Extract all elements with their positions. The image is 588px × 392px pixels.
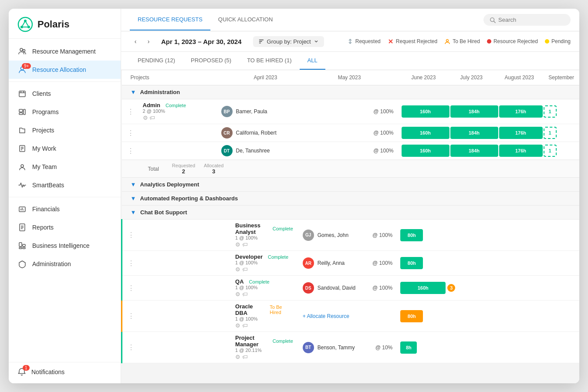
business-intelligence-icon (17, 241, 27, 250)
gantt-bar-cell: 160h 184h 176h 1 (401, 124, 580, 142)
search-bar[interactable] (483, 14, 571, 26)
table-row: ⋮ Developer Complete 1 @ 100% ⚙ 🏷 (122, 251, 580, 276)
content-area: Projects April 2023 May 2023 June 2023 J… (121, 70, 579, 383)
legend-requested: Requested (347, 38, 381, 44)
role-cell: Project Manager Complete 1 @ 20.11% ⚙ 🏷 (232, 332, 299, 363)
sidebar-item-projects-label: Projects (32, 127, 54, 134)
filter-tab-pending[interactable]: PENDING (12) (130, 52, 183, 70)
resource-allocation-badge: 9+ (22, 63, 31, 69)
sidebar-item-my-work[interactable]: My Work (9, 139, 121, 158)
person-cell: CR California, Robert @ 100% (218, 124, 401, 142)
to-be-hired-label: To Be Hired (453, 38, 480, 44)
tab-quick-allocation[interactable]: QUICK ALLOCATION (210, 9, 280, 30)
row-menu-dots[interactable]: ⋮ (124, 147, 138, 155)
financials-icon (17, 204, 27, 214)
section-automated-reporting: ▼ Automated Reporting & Dashboards (122, 192, 580, 206)
section-chat-bot-support-label: Chat Bot Support (140, 209, 187, 216)
filter-tab-all[interactable]: ALL (300, 52, 325, 70)
tab-resource-requests[interactable]: RESOURCE REQUESTS (130, 9, 210, 30)
table-row: ⋮ QA Complete 1 @ 100% ⚙ 🏷 (122, 276, 580, 301)
table-body: ▼ Administration ⋮ (122, 85, 580, 363)
row-menu-dots[interactable]: ⋮ (124, 284, 138, 292)
person-cell: GJ Gomes, John @ 100% (299, 220, 400, 251)
sidebar-item-programs[interactable]: Programs (9, 103, 121, 121)
row-menu-dots[interactable]: ⋮ (124, 108, 138, 115)
gantt-bar: 80h (400, 229, 423, 241)
sidebar-item-administration[interactable]: Administration (9, 255, 121, 273)
search-input[interactable] (498, 17, 559, 23)
total-row-admin: Total Requested 2 Allocated 3 (122, 160, 580, 178)
resource-rejected-dot (487, 39, 491, 44)
person-pct: @ 10% (375, 345, 396, 351)
sidebar-item-clients[interactable]: Clients (9, 84, 121, 103)
table-row: ⋮ Admin DT De, Tanushree (122, 142, 580, 160)
allocate-resource-link[interactable]: + Allocate Resource (303, 313, 349, 319)
projects-col-header: Projects (122, 70, 232, 85)
clients-icon (17, 89, 27, 98)
section-toggle-analytics-deployment[interactable]: ▼ (131, 181, 136, 188)
section-toggle-automated-reporting[interactable]: ▼ (131, 195, 136, 202)
table-row: ⋮ Oracle DBA To Be Hired 1 @ 100% ⚙ 🏷 (122, 301, 580, 332)
role-name: Business Analyst (235, 222, 267, 235)
role-qty: 1 @ 100% (235, 260, 296, 265)
gantt-bar-cell: 80h (399, 251, 579, 276)
gantt-bar: 160h (402, 127, 449, 139)
person-name: Gomes, John (318, 232, 348, 238)
prev-date-btn[interactable]: ‹ (130, 36, 141, 47)
avatar: BP (221, 106, 233, 117)
row-dots-cell: ⋮ (122, 276, 232, 301)
role-icons: ⚙ 🏷 (235, 354, 296, 360)
section-toggle-chat-bot-support[interactable]: ▼ (131, 209, 136, 216)
table-row: ⋮ Project Manager Complete 1 @ 20.11% ⚙ … (122, 332, 580, 363)
row-menu-dots[interactable]: ⋮ (124, 260, 138, 267)
svg-rect-36 (259, 40, 264, 41)
month-jun: June 2023 (399, 70, 447, 85)
filter-tab-to-be-hired[interactable]: TO BE HIRED (1) (239, 52, 299, 70)
person-name: De, Tanushree (236, 148, 270, 154)
sidebar-item-reports[interactable]: Reports (9, 218, 121, 237)
month-jul: July 2023 (447, 70, 495, 85)
toolbar: ‹ › Apr 1, 2023 – Apr 30, 2024 Group by:… (121, 31, 579, 52)
pending-dot (545, 39, 549, 44)
row-menu-dots[interactable]: ⋮ (124, 312, 138, 320)
filter-tabs: PENDING (12) PROPOSED (5) TO BE HIRED (1… (121, 52, 579, 70)
section-toggle-administration[interactable]: ▼ (131, 89, 136, 95)
notifications-item[interactable]: 1 Notifications (17, 368, 112, 376)
programs-icon (17, 107, 27, 117)
svg-rect-15 (19, 113, 23, 115)
sidebar-item-financials-label: Financials (32, 206, 60, 213)
group-by-dropdown[interactable]: Group by: Project (253, 36, 324, 47)
sidebar-item-projects[interactable]: Projects (9, 121, 121, 139)
filter-tab-proposed[interactable]: PROPOSED (5) (183, 52, 239, 70)
role-status: Complete (265, 254, 291, 260)
gantt-bar: 80h (400, 257, 423, 269)
section-administration-label: Administration (140, 89, 180, 95)
header-tabs: RESOURCE REQUESTS QUICK ALLOCATION (121, 9, 579, 31)
next-date-btn[interactable]: › (143, 36, 154, 47)
role-name: QA (235, 278, 244, 285)
person-pct: @ 100% (373, 108, 397, 115)
row-menu-dots[interactable]: ⋮ (124, 344, 138, 351)
person-pct: @ 100% (373, 148, 397, 154)
smartbeats-icon (17, 180, 27, 190)
person-name: Benson, Tammy (318, 345, 355, 351)
sidebar-item-smartbeats[interactable]: SmartBeats (9, 176, 121, 194)
row-menu-dots[interactable]: ⋮ (124, 231, 138, 239)
stat-requested-val: 2 (182, 168, 185, 175)
date-range: Apr 1, 2023 – Apr 30, 2024 (161, 38, 242, 45)
sidebar-item-resource-allocation[interactable]: 9+ Resource Allocation (9, 61, 121, 79)
table-row: ⋮ Admin Complete 2 @ 100% (122, 99, 580, 124)
sidebar-item-business-intelligence[interactable]: Business Intelligence (9, 237, 121, 255)
logo: Polaris (9, 9, 121, 39)
chevron-down-icon (314, 39, 319, 44)
sidebar-item-resource-management[interactable]: Resource Management (9, 42, 121, 61)
gantt-bar-cell: 160h 184h 176h 1 (401, 142, 580, 160)
avatar: DS (303, 282, 314, 294)
role-name: Developer (235, 253, 263, 260)
sidebar-item-my-team[interactable]: My Team (9, 158, 121, 176)
svg-line-35 (494, 21, 496, 23)
section-analytics-deployment: ▼ Analytics Deployment (122, 178, 580, 192)
row-menu-dots[interactable]: ⋮ (124, 129, 138, 137)
person-pct: @ 100% (372, 232, 396, 238)
sidebar-item-financials[interactable]: Financials (9, 200, 121, 218)
